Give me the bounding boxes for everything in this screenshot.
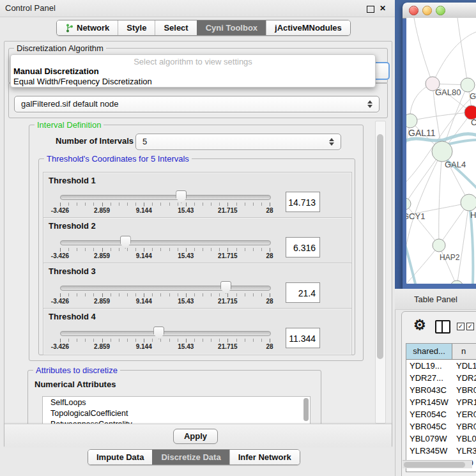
slider-tick — [135, 248, 136, 251]
slider-tick — [77, 248, 77, 251]
close-icon[interactable]: ✕ — [378, 4, 387, 13]
settings-panel: Discretization Algorithm Select algorith… — [4, 41, 392, 447]
attribute-list-item[interactable]: SelfLoops — [43, 397, 310, 408]
slider-tick-label: 2.859 — [94, 343, 110, 350]
zoom-traffic-light-icon[interactable] — [436, 6, 445, 15]
table-row[interactable]: YER054CYER0 — [406, 408, 476, 420]
network-node-gcy1[interactable] — [406, 198, 411, 210]
slider-track[interactable] — [60, 286, 271, 291]
slider-tick — [245, 339, 245, 342]
table-cell: YBR0 — [452, 384, 476, 396]
table-row[interactable]: YPR145WYPR1 — [406, 396, 476, 408]
threshold-value-field[interactable]: 11.344 — [286, 328, 320, 348]
apply-button[interactable]: Apply — [173, 429, 218, 444]
tab-network[interactable]: Network — [57, 20, 118, 35]
slider-tick — [169, 293, 170, 296]
scrollbar-thumb[interactable] — [377, 134, 383, 359]
tab-style[interactable]: Style — [118, 20, 155, 35]
group-title-attributes: Attributes to discretize — [33, 365, 120, 375]
gear-icon[interactable]: ⚙ — [413, 317, 426, 334]
slider-tick — [169, 248, 170, 251]
threshold-label: Threshold 2 — [49, 221, 96, 231]
settings-vertical-scrollbar[interactable] — [375, 121, 386, 424]
close-traffic-light-icon[interactable] — [409, 6, 418, 15]
slider-tick — [77, 293, 77, 296]
network-edge-thick[interactable] — [406, 240, 415, 284]
slider-track[interactable] — [60, 331, 271, 336]
threshold-value-field[interactable]: 14.713 — [286, 192, 320, 212]
num-intervals-value: 5 — [142, 137, 147, 146]
network-edge[interactable] — [414, 18, 433, 84]
slider-handle[interactable] — [176, 190, 187, 203]
bottom-tab-infer-network[interactable]: Infer Network — [229, 450, 300, 464]
network-canvas[interactable]: GAL80GCGAL11GAL4GCY1HHAP2 — [406, 18, 476, 284]
table-data-combo[interactable]: galFiltered.sif default node — [14, 96, 380, 112]
network-node-g[interactable] — [461, 78, 475, 92]
table-horizontal-scrollbar[interactable] — [403, 460, 472, 468]
bottom-tab-label: Discretize Data — [161, 452, 220, 462]
slider-tick — [211, 293, 211, 296]
dropdown-option[interactable]: Manual Discretization — [11, 66, 375, 77]
threshold-slider[interactable]: -3.4262.8599.14415.4321.71528 — [60, 239, 270, 262]
slider-track[interactable] — [60, 240, 271, 245]
checkbox-icon[interactable]: ✓ — [457, 323, 464, 330]
table-data-group: Table Data galFiltered.sif default node — [8, 82, 388, 118]
table-row[interactable]: YBL079WYBL0 — [406, 433, 476, 445]
float-window-icon[interactable] — [367, 6, 374, 13]
threshold-slider[interactable]: -3.4262.8599.14415.4321.71528 — [60, 330, 270, 353]
split-columns-icon[interactable] — [435, 320, 450, 334]
table-row[interactable]: YDL19...YDL1 — [406, 360, 476, 372]
network-node-gal11[interactable] — [406, 114, 417, 128]
threshold-value-field[interactable]: 6.316 — [286, 237, 320, 257]
bottom-tab-impute-data[interactable]: Impute Data — [88, 450, 152, 464]
column-header[interactable]: n — [452, 344, 476, 359]
network-node-label: H — [470, 210, 476, 220]
tab-cyni-toolbox[interactable]: Cyni Toolbox — [197, 20, 266, 35]
slider-tick — [127, 293, 128, 296]
slider-tick-label: 21.715 — [218, 207, 238, 214]
threshold-value-field[interactable]: 21.4 — [286, 282, 320, 303]
slider-tick — [219, 248, 220, 251]
minimize-traffic-light-icon[interactable] — [422, 6, 432, 15]
column-header[interactable]: shared... — [406, 344, 452, 359]
tab-select[interactable]: Select — [155, 20, 196, 35]
attribute-list-item[interactable]: TopologicalCoefficient — [43, 408, 310, 418]
dropdown-option[interactable]: Equal Width/Frequency Discretization — [11, 77, 375, 87]
slider-tick — [111, 248, 111, 251]
threshold-slider[interactable]: -3.4262.8599.14415.4321.71528 — [60, 194, 270, 217]
threshold-slider[interactable]: -3.4262.8599.14415.4321.71528 — [60, 284, 270, 307]
table-row[interactable]: YBR045CYBR0 — [406, 420, 476, 433]
slider-tick — [186, 248, 187, 252]
network-edge[interactable] — [457, 18, 468, 85]
slider-handle[interactable] — [153, 326, 164, 339]
slider-tick — [178, 203, 178, 206]
num-intervals-combo[interactable]: 5 — [135, 134, 341, 150]
bottom-tab-discretize-data[interactable]: Discretize Data — [152, 450, 229, 464]
table-row[interactable]: YBR043CYBR0 — [406, 384, 476, 396]
network-edge[interactable] — [410, 112, 472, 121]
attributes-scrollbar[interactable] — [303, 398, 309, 421]
network-edge-thick[interactable] — [470, 211, 473, 284]
network-node[interactable] — [450, 280, 463, 284]
threshold-label: Threshold 1 — [49, 176, 96, 185]
network-node-gal4[interactable] — [432, 141, 452, 162]
numerical-attributes-list[interactable]: SelfLoopsTopologicalCoefficientBetweenne… — [42, 396, 311, 424]
network-edge[interactable] — [439, 151, 442, 245]
network-node-h[interactable] — [461, 194, 476, 211]
slider-tick — [194, 339, 195, 342]
network-node-hap2[interactable] — [433, 239, 445, 252]
slider-tick — [144, 339, 144, 342]
network-edge[interactable] — [433, 32, 476, 84]
slider-handle[interactable] — [220, 281, 231, 294]
attribute-list-item[interactable]: BetweennessCentrality — [43, 418, 310, 424]
scrollbar-thumb[interactable] — [404, 462, 465, 468]
slider-tick — [194, 293, 195, 296]
table-row[interactable]: YLR345WYLR3 — [406, 445, 476, 457]
tab-jactivemnodules[interactable]: jActiveMNodules — [266, 20, 350, 35]
slider-track[interactable] — [60, 195, 271, 200]
checkbox-icon[interactable]: ✓ — [466, 323, 474, 330]
slider-handle[interactable] — [120, 236, 131, 249]
network-edge[interactable] — [457, 203, 469, 284]
table-row[interactable]: YDR27...YDR2 — [406, 372, 476, 384]
slider-tick — [152, 339, 153, 342]
